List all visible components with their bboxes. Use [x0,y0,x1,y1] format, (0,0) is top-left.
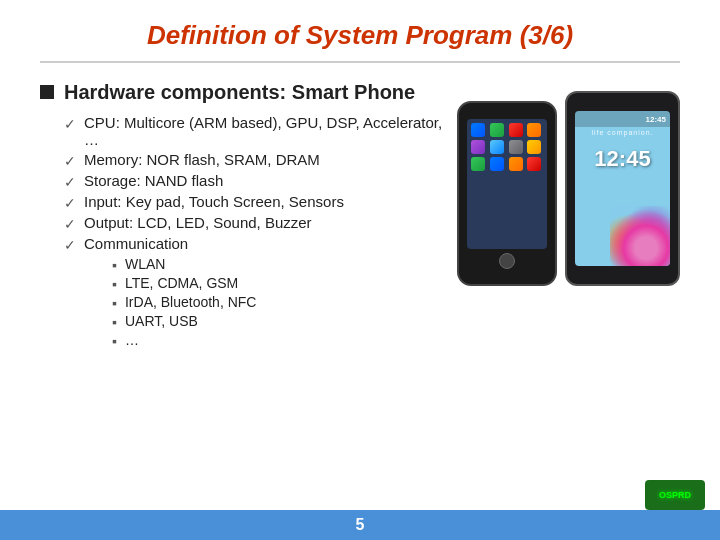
memory-text: Memory: NOR flash, SRAM, DRAM [84,151,320,168]
checkmark-icon: ✓ [64,116,76,132]
samsung-status-bar: 12:45 [575,111,670,127]
iphone-icon [471,140,485,154]
iphone-home-button [499,253,515,269]
checkmark-icon: ✓ [64,153,76,169]
osprd-logo: OSPRD [645,480,705,510]
lte-text: LTE, CDMA, GSM [125,275,238,291]
title-section: Definition of System Program (3/6) [40,20,680,63]
iphone-icon [527,140,541,154]
page-number-bar: 5 [0,510,720,540]
communication-text: Communication [84,235,188,252]
iphone-icon [471,157,485,171]
sub-bullet-memory: ✓ Memory: NOR flash, SRAM, DRAM [64,151,447,169]
logo-text: OSPRD [659,490,691,500]
dash-icon: ▪ [112,257,117,273]
iphone-icon [509,157,523,171]
comm-item-lte: ▪ LTE, CDMA, GSM [112,275,447,292]
irda-text: IrDA, Bluetooth, NFC [125,294,257,310]
checkmark-icon: ✓ [64,195,76,211]
dash-icon: ▪ [112,314,117,330]
iphone-icon [490,157,504,171]
bullet-square-icon [40,85,54,99]
storage-text: Storage: NAND flash [84,172,223,189]
samsung-clock: 12:45 [594,146,650,172]
comm-item-wlan: ▪ WLAN [112,256,447,273]
etc-text: … [125,332,139,348]
dash-icon: ▪ [112,333,117,349]
checkmark-icon: ✓ [64,174,76,190]
main-bullet: Hardware components: Smart Phone [40,81,447,104]
iphone-icon [490,123,504,137]
main-bullet-text: Hardware components: Smart Phone [64,81,415,104]
iphone-icons-grid [471,123,543,171]
iphone-icon [471,123,485,137]
samsung-image: 12:45 life companion. 12:45 [565,91,680,286]
cpu-text: CPU: Multicore (ARM based), GPU, DSP, Ac… [84,114,447,148]
samsung-subtitle: life companion. [591,129,653,136]
phone-images: 12:45 life companion. 12:45 [457,91,680,286]
iphone-icon [527,123,541,137]
dash-icon: ▪ [112,295,117,311]
sub-bullet-input: ✓ Input: Key pad, Touch Screen, Sensors [64,193,447,211]
comm-item-uart: ▪ UART, USB [112,313,447,330]
samsung-flowers-decoration [610,206,670,266]
checkmark-icon: ✓ [64,216,76,232]
comm-item-etc: ▪ … [112,332,447,349]
dash-icon: ▪ [112,276,117,292]
slide-title: Definition of System Program (3/6) [40,20,680,51]
samsung-screen: 12:45 life companion. 12:45 [575,111,670,266]
input-text: Input: Key pad, Touch Screen, Sensors [84,193,344,210]
sub-bullet-cpu: ✓ CPU: Multicore (ARM based), GPU, DSP, … [64,114,447,148]
iphone-icon [527,157,541,171]
text-content: Hardware components: Smart Phone ✓ CPU: … [40,81,447,353]
slide: Definition of System Program (3/6) Hardw… [0,0,720,540]
uart-text: UART, USB [125,313,198,329]
output-text: Output: LCD, LED, Sound, Buzzer [84,214,312,231]
wlan-text: WLAN [125,256,165,272]
page-number: 5 [356,516,365,534]
iphone-icon [509,123,523,137]
iphone-image [457,101,557,286]
iphone-screen [467,119,547,249]
sub-bullet-storage: ✓ Storage: NAND flash [64,172,447,190]
comm-sub-bullets: ▪ WLAN ▪ LTE, CDMA, GSM ▪ IrDA, Bluetoot… [112,256,447,349]
sub-bullet-communication: ✓ Communication [64,235,447,253]
content-area: Hardware components: Smart Phone ✓ CPU: … [40,81,680,353]
sub-bullets: ✓ CPU: Multicore (ARM based), GPU, DSP, … [64,114,447,349]
samsung-status-time: 12:45 [646,115,666,124]
comm-item-irda: ▪ IrDA, Bluetooth, NFC [112,294,447,311]
checkmark-icon: ✓ [64,237,76,253]
iphone-icon [509,140,523,154]
iphone-icon [490,140,504,154]
sub-bullet-output: ✓ Output: LCD, LED, Sound, Buzzer [64,214,447,232]
